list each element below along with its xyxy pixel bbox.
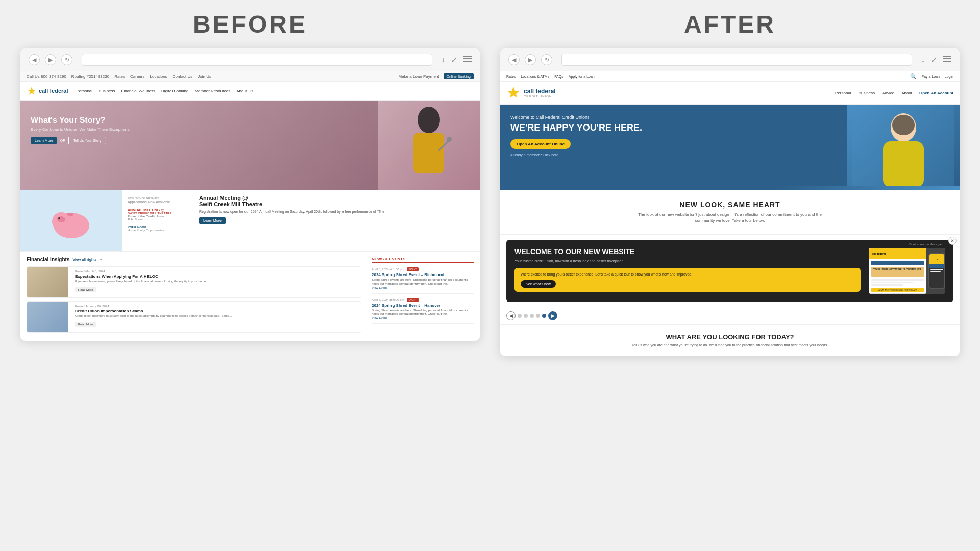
before-news-headline-1[interactable]: 2024 Spring Shred Event – Richmond [372,272,474,277]
before-promo-image [20,190,122,251]
popup-mock-line-3 [871,284,903,286]
before-address-bar[interactable] [82,54,432,66]
svg-point-4 [447,137,452,142]
before-nav-digital[interactable]: Digital Banking [161,89,188,93]
before-promo-learn-btn[interactable]: Learn More [199,217,226,224]
after-logo-main: call federal [524,88,556,95]
after-popup-prev-btn[interactable]: ◀ [506,311,516,320]
before-rates[interactable]: Rates [114,74,125,79]
before-refresh-btn[interactable]: ↻ [61,54,72,65]
before-news-view-1[interactable]: View Event [372,286,474,289]
before-nav-member[interactable]: Member Resources [194,89,230,93]
home-equity-label: Home Equity Opportunities [128,229,194,232]
piggy-bank-svg [46,200,97,241]
after-download-icon[interactable]: ↓ [921,56,925,64]
before-news-headline-2[interactable]: 2024 Spring Shred Event – Hanover [372,303,474,308]
after-faqs-link[interactable]: FAQs [554,74,564,78]
before-nav-about[interactable]: About Us [236,89,253,93]
before-promo-main-headline: Annual Meeting @ Swift Creek Mill Theatr… [199,195,475,207]
before-locations[interactable]: Locations [150,74,167,79]
before-promo-section: 3834 SCHOLARSHIPS Applications Now Avail… [20,190,480,252]
after-login[interactable]: Login [945,74,953,78]
before-news-badge-1: EVENT [407,267,419,271]
after-search-icon[interactable]: 🔍 [910,73,916,79]
after-expand-icon[interactable]: ⤢ [931,56,937,64]
before-news-view-2[interactable]: View Event [372,316,474,319]
before-online-banking-btn[interactable]: Online Banking [444,73,474,79]
before-annual-meeting-link[interactable]: ANNUAL MEETING @ SWIFT CREEK MILL THEATR… [128,206,194,223]
before-make-loan-payment[interactable]: Make a Loan Payment [398,74,439,79]
after-hero-member-link[interactable]: Already a member? Click here. [510,153,837,157]
before-browser-icons: ↓ ⤢ [442,56,472,64]
after-hero-cta-btn[interactable]: Open An Account Online [510,139,571,149]
before-read-more-1[interactable]: Read More [75,287,96,292]
before-scholarships-link[interactable]: 3834 SCHOLARSHIPS Applications Now Avail… [128,195,194,206]
before-insight-date-1: Posted March 5, 2024 [75,270,208,273]
after-popup-dont-show[interactable]: Don't show me this again [909,243,943,246]
before-promo-main: Annual Meeting @ Swift Creek Mill Theatr… [199,195,475,246]
after-back-btn[interactable]: ◀ [508,54,520,65]
after-popup-dot-3[interactable] [530,314,534,318]
before-nav: call federal Personal Business Financial… [20,82,480,101]
before-menu-icon[interactable] [463,56,472,64]
after-welcome-popup: Don't show me this again ✕ WELCOME TO OU… [506,240,953,302]
after-popup-screen-mock: call federal YOUR JOURNEY WITH US CONTIN… [869,248,926,294]
before-news-date-2: April 6, 2024 at 9:00 am EVENT [372,298,474,302]
before-hero-headline: What's Your Story? [31,116,132,125]
after-nav-personal[interactable]: Personal [835,91,851,95]
after-popup-dot-2[interactable] [524,314,528,318]
before-forward-btn[interactable]: ▶ [45,54,56,65]
before-logo: call federal [27,86,68,96]
after-locations-link[interactable]: Locations & ATMs [521,74,549,78]
after-forward-btn[interactable]: ▶ [525,54,536,65]
popup-mock-hero: YOUR JOURNEY WITH US CONTINUES. [871,267,924,277]
before-nav-business[interactable]: Business [99,89,115,93]
before-view-all-arrow[interactable]: » [100,257,102,262]
after-label: AFTER [684,10,776,38]
before-nav-links: Personal Business Financial Wellness Dig… [76,89,253,93]
before-view-all[interactable]: View all rights [72,258,96,261]
before-read-more-2[interactable]: Read More [75,322,96,327]
before-nav-financial[interactable]: Financial Wellness [121,89,156,93]
after-popup-dot-1[interactable] [518,314,522,318]
before-nav-personal[interactable]: Personal [76,89,92,93]
after-hero-headline: WE'RE HAPPY YOU'RE HERE. [510,123,837,133]
after-pay-loan[interactable]: Pay a Loan [921,74,939,78]
after-nav-about[interactable]: About [901,91,912,95]
before-download-icon[interactable]: ↓ [442,56,445,64]
before-careers[interactable]: Careers [130,74,144,79]
before-back-btn[interactable]: ◀ [29,54,40,65]
before-join[interactable]: Join Us [198,74,211,79]
before-hero-image [378,101,480,190]
before-hero-subtext: Every Car Loan is Unique. We Make Them E… [31,127,132,132]
svg-rect-9 [74,228,77,235]
after-looking-for-section: WHAT ARE YOU LOOKING FOR TODAY? Tell us … [500,324,960,356]
after-nav-advice[interactable]: Advice [882,91,894,95]
after-apply-link[interactable]: Apply for a Loan [569,74,595,78]
after-popup-title: WELCOME TO OUR NEW WEBSITE [514,248,861,256]
after-rates-link[interactable]: Rates [506,74,516,78]
after-nav-business[interactable]: Business [859,91,875,95]
after-popup-mockup-img: call federal YOUR JOURNEY WITH US CONTIN… [869,248,945,294]
after-popup-dot-5[interactable] [542,314,546,318]
after-browser: ◀ ▶ ↻ ↓ ⤢ [500,48,960,356]
before-contact[interactable]: Contact Us [173,74,193,79]
after-popup-next-btn[interactable]: ▶ [548,311,557,320]
after-nav-open-account[interactable]: Open An Account [919,91,953,95]
after-menu-icon[interactable] [943,56,951,64]
after-refresh-btn[interactable]: ↻ [541,54,552,65]
before-home-equity-link[interactable]: YOUR HOME Home Equity Opportunities [128,223,194,234]
after-address-bar[interactable] [561,54,912,66]
before-top-bar: Call Us 800-374-9290 Routing #251483230 … [20,71,480,82]
after-popup-see-btn[interactable]: See what's new [521,280,556,288]
after-looking-for-body: Tell us who you are and what you're tryi… [508,343,951,348]
svg-point-1 [418,107,440,133]
after-popup-close-btn[interactable]: ✕ [948,237,957,245]
before-learn-more-btn[interactable]: Learn More [31,137,57,144]
before-expand-icon[interactable]: ⤢ [451,56,457,64]
before-logo-text[interactable]: call federal [39,88,68,94]
after-looking-for-headline: WHAT ARE YOU LOOKING FOR TODAY? [508,333,951,341]
svg-marker-14 [507,87,520,98]
after-popup-dot-4[interactable] [536,314,540,318]
before-tell-story-btn[interactable]: Tell Us Your Story [68,137,106,144]
